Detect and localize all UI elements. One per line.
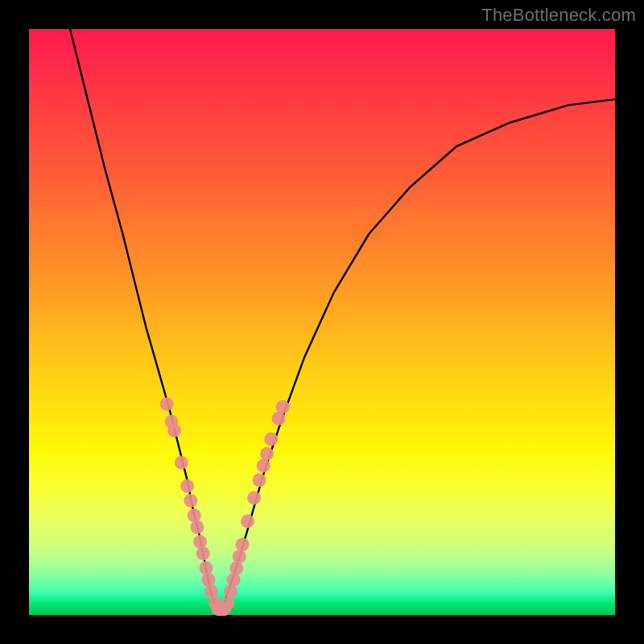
marker-dot — [236, 538, 250, 551]
marker-dot — [201, 573, 215, 587]
marker-dot — [193, 535, 207, 549]
bottleneck-curve-path — [70, 29, 615, 609]
plot-area — [29, 29, 615, 615]
marker-dot — [167, 423, 181, 437]
marker-dot — [204, 584, 218, 598]
marker-dot — [241, 514, 254, 528]
marker-dot — [184, 494, 197, 508]
chart-frame: TheBottleneck.com — [0, 0, 644, 644]
marker-dot — [272, 412, 286, 426]
marker-dot — [188, 509, 201, 522]
marker-dot — [175, 456, 188, 469]
marker-dot — [227, 573, 241, 587]
curve-layer — [29, 29, 615, 615]
marker-dot — [221, 597, 234, 610]
watermark-text: TheBottleneck.com — [481, 5, 636, 26]
marker-dot — [180, 479, 194, 493]
marker-dot — [224, 584, 237, 598]
marker-dot — [264, 432, 278, 446]
marker-dot — [196, 547, 210, 560]
marker-group — [160, 397, 290, 616]
marker-dot — [229, 561, 243, 575]
marker-dot — [160, 397, 174, 411]
marker-dot — [260, 447, 274, 460]
marker-dot — [233, 550, 246, 564]
marker-dot — [253, 473, 266, 487]
marker-dot — [247, 491, 261, 505]
marker-dot — [190, 520, 204, 534]
marker-dot — [257, 459, 270, 473]
marker-dot — [276, 400, 290, 414]
marker-dot — [199, 561, 213, 575]
